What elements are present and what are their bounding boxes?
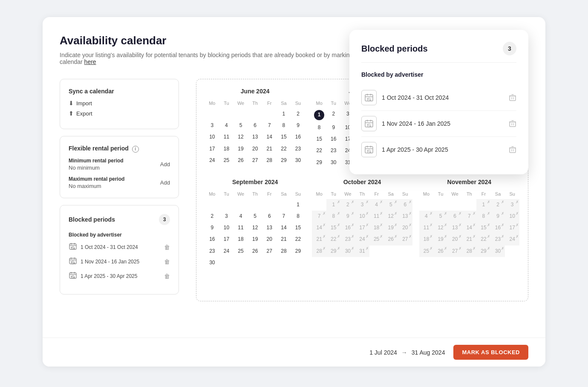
cal-day-blocked[interactable]: 9 xyxy=(491,211,505,222)
cal-day[interactable]: 23 xyxy=(205,245,219,257)
cal-day-blocked[interactable]: 17 xyxy=(355,222,369,234)
cal-day-blocked[interactable]: 4 xyxy=(369,199,384,211)
cal-day[interactable]: 27 xyxy=(248,155,262,166)
cal-day-blocked[interactable]: 24 xyxy=(355,234,369,245)
cal-day-blocked[interactable]: 28 xyxy=(312,245,326,257)
cal-day-blocked[interactable]: 12 xyxy=(433,222,448,234)
cal-day[interactable]: 12 xyxy=(248,222,262,234)
cal-day-blocked[interactable]: 21 xyxy=(312,234,326,245)
cal-day[interactable]: 23 xyxy=(326,145,341,156)
cal-day[interactable]: 9 xyxy=(326,122,341,133)
cal-day-blocked[interactable]: 7 xyxy=(312,211,326,222)
cal-day-blocked[interactable]: 9 xyxy=(341,211,355,222)
cal-day[interactable]: 10 xyxy=(205,131,219,143)
cal-day-blocked[interactable]: 16 xyxy=(491,222,505,234)
cal-day-blocked[interactable]: 15 xyxy=(476,222,491,234)
cal-day-blocked[interactable]: 24 xyxy=(505,234,519,245)
cal-day[interactable]: 21 xyxy=(262,143,277,155)
delete-btn-1[interactable]: 🗑 xyxy=(164,244,170,251)
cal-day[interactable]: 18 xyxy=(219,143,234,155)
cal-day[interactable]: 12 xyxy=(233,131,248,143)
cal-day-blocked[interactable]: 25 xyxy=(369,234,384,245)
cal-day-blocked[interactable]: 16 xyxy=(341,222,355,234)
cal-day-blocked[interactable]: 2 xyxy=(491,199,505,211)
cal-day[interactable]: 11 xyxy=(233,222,248,234)
cal-day[interactable]: 30 xyxy=(291,155,306,166)
cal-day[interactable]: 17 xyxy=(219,234,234,245)
cal-day-blocked[interactable]: 22 xyxy=(476,234,491,245)
cal-day-blocked[interactable]: 8 xyxy=(476,211,491,222)
cal-day-blocked[interactable]: 13 xyxy=(448,222,462,234)
cal-day[interactable]: 25 xyxy=(233,245,248,257)
cal-day[interactable]: 6 xyxy=(248,120,262,131)
cal-day-blocked[interactable]: 4 xyxy=(419,211,434,222)
cal-day-blocked[interactable]: 26 xyxy=(383,234,398,245)
cal-day[interactable]: 5 xyxy=(248,211,262,222)
cal-day[interactable]: 29 xyxy=(291,245,306,257)
cal-day[interactable]: 15 xyxy=(277,131,291,143)
cal-day-blocked[interactable]: 7 xyxy=(462,211,477,222)
cal-day-blocked[interactable]: 1 xyxy=(326,199,341,211)
cal-day-blocked[interactable]: 14 xyxy=(312,222,326,234)
cal-day-blocked[interactable]: 30 xyxy=(491,245,505,257)
cal-day[interactable]: 23 xyxy=(291,143,306,155)
export-item[interactable]: ⬆ Export xyxy=(69,110,170,117)
cal-day-blocked[interactable]: 19 xyxy=(433,234,448,245)
cal-day[interactable]: 24 xyxy=(205,155,219,166)
cal-day[interactable]: 19 xyxy=(248,234,262,245)
import-item[interactable]: ⬇ Import xyxy=(69,100,170,107)
cal-day-blocked[interactable]: 30 xyxy=(341,245,355,257)
cal-day-blocked[interactable]: 14 xyxy=(462,222,477,234)
delete-btn-2[interactable]: 🗑 xyxy=(164,258,170,265)
cal-day-blocked[interactable]: 6 xyxy=(448,211,462,222)
cal-day-blocked[interactable]: 3 xyxy=(505,199,519,211)
cal-day[interactable]: 1 xyxy=(277,108,291,120)
cal-day[interactable]: 15 xyxy=(312,133,326,145)
cal-day-blocked[interactable]: 1 xyxy=(476,199,491,211)
cal-day-blocked[interactable]: 8 xyxy=(326,211,341,222)
cal-day[interactable]: 20 xyxy=(248,143,262,155)
cal-day[interactable]: 22 xyxy=(312,145,326,156)
cal-day[interactable]: 30 xyxy=(205,257,219,269)
cal-day-today[interactable]: 1 xyxy=(312,108,326,122)
cal-day-blocked[interactable]: 11 xyxy=(369,211,384,222)
cal-day[interactable]: 13 xyxy=(262,222,277,234)
cal-day[interactable]: 25 xyxy=(219,155,234,166)
cal-day[interactable]: 15 xyxy=(291,222,306,234)
cal-day-blocked[interactable]: 15 xyxy=(326,222,341,234)
cal-day[interactable]: 16 xyxy=(291,131,306,143)
cal-day-blocked[interactable]: 5 xyxy=(383,199,398,211)
popup-delete-btn-2[interactable] xyxy=(509,120,516,127)
cal-day[interactable]: 19 xyxy=(233,143,248,155)
cal-day[interactable]: 26 xyxy=(248,245,262,257)
cal-day-blocked[interactable]: 18 xyxy=(369,222,384,234)
cal-day[interactable]: 5 xyxy=(233,120,248,131)
cal-day-blocked[interactable]: 28 xyxy=(462,245,477,257)
cal-day[interactable]: 8 xyxy=(277,120,291,131)
cal-day-blocked[interactable]: 11 xyxy=(419,222,434,234)
cal-day[interactable]: 9 xyxy=(205,222,219,234)
cal-day-blocked[interactable]: 10 xyxy=(355,211,369,222)
cal-day-blocked[interactable]: 13 xyxy=(398,211,412,222)
cal-day[interactable]: 13 xyxy=(248,131,262,143)
cal-day-blocked[interactable]: 29 xyxy=(476,245,491,257)
cal-day-blocked[interactable]: 23 xyxy=(341,234,355,245)
cal-day[interactable]: 8 xyxy=(291,211,306,222)
cal-day-blocked[interactable]: 10 xyxy=(505,211,519,222)
cal-day[interactable]: 17 xyxy=(205,143,219,155)
cal-day[interactable]: 7 xyxy=(277,211,291,222)
cal-day[interactable]: 28 xyxy=(262,155,277,166)
cal-day-blocked[interactable]: 6 xyxy=(398,199,412,211)
cal-day-blocked[interactable]: 25 xyxy=(419,245,434,257)
cal-day[interactable]: 22 xyxy=(291,234,306,245)
cal-day-blocked[interactable]: 31 xyxy=(355,245,369,257)
cal-day[interactable]: 28 xyxy=(277,245,291,257)
cal-day-blocked[interactable]: 17 xyxy=(505,222,519,234)
cal-day[interactable]: 2 xyxy=(326,108,341,122)
cal-day[interactable]: 14 xyxy=(262,131,277,143)
popup-delete-btn-3[interactable] xyxy=(509,146,516,153)
cal-day[interactable]: 14 xyxy=(277,222,291,234)
cal-day[interactable]: 16 xyxy=(326,133,341,145)
cal-day[interactable]: 4 xyxy=(233,211,248,222)
cal-day-blocked[interactable]: 27 xyxy=(448,245,462,257)
